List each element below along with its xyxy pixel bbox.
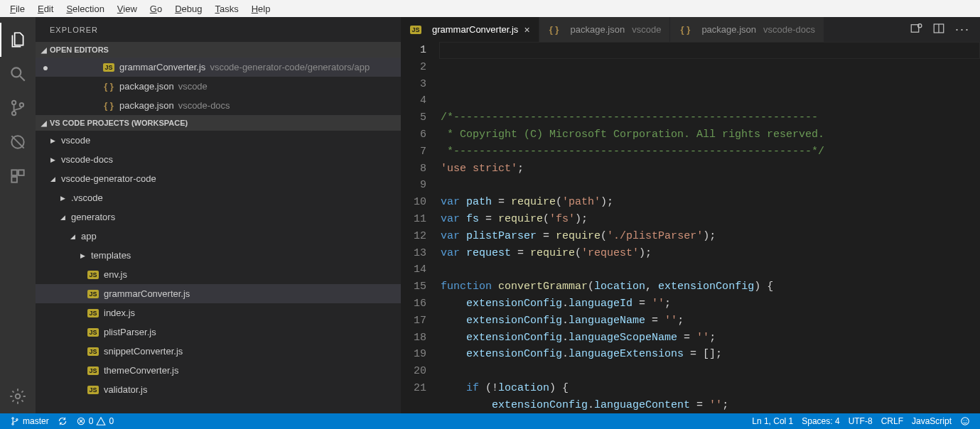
- svg-line-1: [20, 76, 25, 81]
- code-line: extensionConfig.languageExtensions = [];: [441, 346, 980, 363]
- menu-selection[interactable]: Selection: [60, 2, 109, 16]
- js-file-icon: JS: [102, 63, 115, 72]
- code-line: if (!location) {: [441, 380, 980, 397]
- line-number: 18: [401, 330, 426, 347]
- json-file-icon: { }: [102, 100, 115, 111]
- more-icon[interactable]: ···: [955, 22, 970, 37]
- open-editor-item[interactable]: ●JSgrammarConverter.jsvscode-generator-c…: [36, 58, 401, 77]
- svg-point-15: [12, 418, 14, 419]
- tree-label: plistParser.js: [104, 327, 156, 337]
- menu-file[interactable]: File: [4, 2, 31, 16]
- files-icon: [9, 31, 27, 49]
- tree-label: app: [81, 231, 97, 241]
- activity-extensions[interactable]: [0, 159, 36, 193]
- menu-edit[interactable]: Edit: [32, 2, 59, 16]
- tree-item[interactable]: ◢vscode-generator-code: [36, 169, 401, 188]
- status-position[interactable]: Ln 1, Col 1: [748, 416, 797, 426]
- tree-label: snippetConverter.js: [104, 346, 183, 357]
- line-number: 20: [401, 363, 426, 380]
- menu-go[interactable]: Go: [144, 2, 168, 16]
- gear-icon: [9, 387, 27, 406]
- status-feedback[interactable]: [956, 416, 974, 426]
- tree-item[interactable]: ▶vscode-docs: [36, 150, 401, 169]
- branch-icon: [10, 416, 20, 426]
- svg-point-21: [962, 418, 969, 425]
- status-spaces[interactable]: Spaces: 4: [797, 416, 844, 426]
- code-line: [441, 177, 980, 194]
- twisty-icon: ▶: [48, 156, 57, 163]
- open-editors-list: ●JSgrammarConverter.jsvscode-generator-c…: [36, 58, 401, 115]
- activity-search[interactable]: [0, 57, 36, 91]
- status-encoding[interactable]: UTF-8: [844, 416, 877, 426]
- menubar: FileEditSelectionViewGoDebugTasksHelp: [0, 0, 980, 17]
- workspace-header[interactable]: ◢ VS CODE PROJECTS (WORKSPACE): [36, 115, 401, 131]
- tree-item[interactable]: JSsnippetConverter.js: [36, 342, 401, 361]
- tree-item[interactable]: JSvalidator.js: [36, 380, 401, 399]
- tree-item[interactable]: JSenv.js: [36, 265, 401, 284]
- tree-label: vscode: [61, 135, 90, 146]
- svg-point-23: [966, 420, 966, 420]
- smiley-icon: [960, 416, 970, 426]
- activity-explorer[interactable]: [0, 23, 36, 57]
- tree-item[interactable]: JSindex.js: [36, 303, 401, 322]
- compare-changes-icon[interactable]: [910, 22, 922, 37]
- tree-item[interactable]: ◢generators: [36, 207, 401, 227]
- warning-count: 0: [109, 416, 114, 426]
- tree-item[interactable]: ◢app: [36, 227, 401, 246]
- svg-point-16: [12, 423, 14, 425]
- code-line: /*--------------------------------------…: [441, 109, 980, 126]
- js-file-icon: JS: [87, 386, 99, 394]
- activity-settings[interactable]: [0, 379, 36, 413]
- editor-tab[interactable]: { }package.jsonvscode: [539, 17, 671, 42]
- code-content[interactable]: /*--------------------------------------…: [439, 42, 980, 413]
- main-area: EXPLORER ◢ OPEN EDITORS ●JSgrammarConver…: [0, 17, 980, 413]
- js-file-icon: JS: [87, 271, 99, 279]
- file-name: package.json: [119, 100, 174, 111]
- status-branch[interactable]: master: [6, 413, 53, 429]
- activity-debug[interactable]: [0, 125, 36, 159]
- js-file-icon: JS: [87, 328, 99, 337]
- line-number: 19: [401, 346, 426, 363]
- line-number: 3: [401, 76, 426, 93]
- tree-item[interactable]: ▶templates: [36, 246, 401, 265]
- line-number: 14: [401, 261, 426, 278]
- status-sync[interactable]: [53, 413, 72, 429]
- line-number: 2: [401, 59, 426, 76]
- line-number: 8: [401, 161, 426, 178]
- tree-item[interactable]: ▶vscode: [36, 131, 401, 150]
- editor-tab[interactable]: { }package.jsonvscode-docs: [670, 17, 824, 42]
- tab-title: grammarConverter.js: [432, 24, 518, 35]
- code-line: [441, 261, 980, 278]
- svg-point-2: [12, 101, 16, 104]
- branch-icon: [9, 99, 27, 117]
- open-editor-item[interactable]: { }package.jsonvscode-docs: [36, 96, 401, 115]
- file-path: vscode: [178, 81, 208, 92]
- svg-point-10: [16, 394, 21, 399]
- close-icon[interactable]: ×: [524, 24, 529, 36]
- tree-item[interactable]: ▶.vscode: [36, 188, 401, 207]
- tree-label: generators: [71, 212, 115, 222]
- status-language[interactable]: JavaScript: [908, 416, 956, 426]
- code-editor[interactable]: 123456789101112131415161718192021 /*----…: [401, 42, 980, 413]
- twisty-icon: ▶: [78, 252, 87, 259]
- status-problems[interactable]: 0 0: [72, 413, 118, 429]
- tree-item[interactable]: JSgrammarConverter.js: [36, 284, 401, 303]
- menu-tasks[interactable]: Tasks: [209, 2, 244, 16]
- tab-path: vscode-docs: [763, 24, 815, 35]
- tree-item[interactable]: JSplistParser.js: [36, 322, 401, 342]
- tree-item[interactable]: JSthemeConverter.js: [36, 361, 401, 380]
- svg-point-0: [11, 67, 21, 77]
- editor-tab[interactable]: JSgrammarConverter.js×: [401, 17, 539, 42]
- menu-help[interactable]: Help: [246, 2, 276, 16]
- tab-title: package.json: [571, 24, 625, 35]
- open-editor-item[interactable]: { }package.jsonvscode: [36, 77, 401, 96]
- code-line: *---------------------------------------…: [441, 143, 980, 161]
- split-editor-icon[interactable]: [932, 22, 945, 37]
- file-name: grammarConverter.js: [119, 62, 205, 72]
- activity-scm[interactable]: [0, 91, 36, 125]
- open-editors-header[interactable]: ◢ OPEN EDITORS: [36, 42, 401, 58]
- menu-debug[interactable]: Debug: [169, 2, 208, 16]
- line-number: 21: [401, 380, 426, 397]
- menu-view[interactable]: View: [112, 2, 143, 16]
- status-eol[interactable]: CRLF: [877, 416, 908, 426]
